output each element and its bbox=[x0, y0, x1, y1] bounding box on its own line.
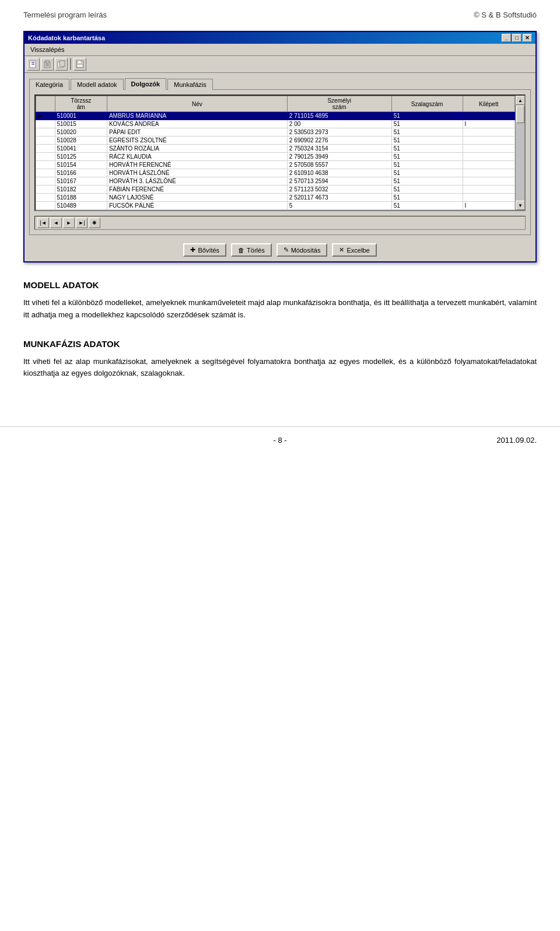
row-kilepett bbox=[463, 177, 514, 186]
btn-excelbe[interactable]: ✕ Excelbe bbox=[332, 243, 376, 257]
toolbar-separator bbox=[70, 58, 71, 70]
scrollbar-up-btn[interactable]: ▲ bbox=[516, 96, 525, 105]
row-indicator-cell bbox=[36, 120, 55, 128]
menu-item-visszalepas[interactable]: Visszalépés bbox=[27, 45, 68, 54]
minimize-button[interactable]: _ bbox=[502, 34, 511, 42]
table-row[interactable]: 510028EGRESITS ZSOLTNÉ2 690902 227651 bbox=[36, 136, 515, 145]
row-indicator-cell bbox=[36, 202, 55, 210]
row-torzsszam: 510166 bbox=[55, 169, 107, 177]
row-torzsszam: 510125 bbox=[55, 153, 107, 161]
row-torzsszam: 510154 bbox=[55, 161, 107, 169]
row-torzsszam: 510028 bbox=[55, 136, 107, 145]
nav-next-btn[interactable]: ► bbox=[63, 218, 75, 228]
close-button[interactable]: ✕ bbox=[523, 34, 532, 42]
btn-bovites[interactable]: ✚ Bővítés bbox=[183, 243, 226, 257]
table-row[interactable]: 510489FUCSÖK PÁLNÉ551I bbox=[36, 202, 515, 210]
table-row[interactable]: ►510001AMBRUS MARIANNA2 711015 489551 bbox=[36, 112, 515, 120]
nav-first-btn[interactable]: |◄ bbox=[37, 218, 49, 228]
save-icon bbox=[76, 60, 84, 68]
row-nev: FÁBIÁN FERENCNÉ bbox=[107, 186, 287, 194]
row-indicator-cell bbox=[36, 136, 55, 145]
svg-rect-4 bbox=[46, 61, 49, 62]
tab-munkafazis[interactable]: Munkafázis bbox=[167, 79, 213, 90]
row-torzsszam: 510041 bbox=[55, 145, 107, 153]
row-kilepett bbox=[463, 194, 514, 202]
table-row[interactable]: 510188NAGY LAJOSNÉ2 520117 467351 bbox=[36, 194, 515, 202]
data-table-container: Törzsszám Név Személyiszám Szalagszám Ki… bbox=[34, 94, 526, 211]
torles-label: Törlés bbox=[247, 247, 265, 254]
row-nev: FUCSÖK PÁLNÉ bbox=[107, 202, 287, 210]
copy-icon bbox=[57, 60, 65, 68]
table-row[interactable]: 510166HORVÁTH LÁSZLÓNÉ2 610910 463851 bbox=[36, 169, 515, 177]
nav-new-btn[interactable]: ✱ bbox=[89, 218, 100, 228]
tab-kategoria[interactable]: Kategória bbox=[29, 79, 69, 90]
svg-rect-12 bbox=[77, 65, 83, 67]
table-row[interactable]: 510020PÁPAI EDIT2 530503 297351 bbox=[36, 128, 515, 136]
row-kilepett bbox=[463, 128, 514, 136]
row-torzsszam: 510167 bbox=[55, 177, 107, 186]
row-szemelyi: 2 610910 4638 bbox=[287, 169, 391, 177]
toolbar-btn-save[interactable] bbox=[74, 58, 86, 71]
btn-modositas[interactable]: ✎ Módosítás bbox=[276, 243, 328, 257]
row-kilepett bbox=[463, 112, 514, 120]
table-row[interactable]: 510167HORVÁTH 3. LÁSZLÓNÉ2 570713 259451 bbox=[36, 177, 515, 186]
row-torzsszam: 510182 bbox=[55, 186, 107, 194]
row-szalag: 51 bbox=[391, 153, 463, 161]
scrollbar-track[interactable] bbox=[516, 105, 524, 201]
row-szalag: 51 bbox=[391, 177, 463, 186]
row-kilepett bbox=[463, 169, 514, 177]
table-row[interactable]: 510041SZÁNTO ROZÁLIA2 750324 315451 bbox=[36, 145, 515, 153]
row-szemelyi: 2 570508 5557 bbox=[287, 161, 391, 169]
scrollbar-down-btn[interactable]: ▼ bbox=[516, 201, 525, 210]
row-kilepett: I bbox=[463, 120, 514, 128]
row-szalag: 51 bbox=[391, 145, 463, 153]
svg-rect-11 bbox=[78, 61, 81, 64]
section-munkafazis-title: MUNKAFÁZIS ADATOK bbox=[23, 339, 537, 349]
row-szalag: 51 bbox=[391, 128, 463, 136]
toolbar-btn-copy[interactable] bbox=[55, 58, 68, 71]
row-indicator-cell bbox=[36, 169, 55, 177]
svg-rect-9 bbox=[60, 61, 65, 66]
row-szalag: 51 bbox=[391, 186, 463, 194]
row-indicator-cell bbox=[36, 177, 55, 186]
section-modell-text: Itt viheti fel a különböző modelleket, a… bbox=[23, 297, 537, 321]
nav-bar: |◄ ◄ ► ►| ✱ bbox=[34, 216, 526, 230]
row-nev: HORVÁTH LÁSZLÓNÉ bbox=[107, 169, 287, 177]
section-modell-title: MODELL ADATOK bbox=[23, 280, 537, 290]
row-kilepett: I bbox=[463, 202, 514, 210]
table-row[interactable]: 510182FÁBIÁN FERENCNÉ2 571123 503251 bbox=[36, 186, 515, 194]
nav-last-btn[interactable]: ►| bbox=[76, 218, 88, 228]
col-nev: Név bbox=[107, 96, 287, 112]
row-szemelyi: 2 570713 2594 bbox=[287, 177, 391, 186]
row-torzsszam: 510020 bbox=[55, 128, 107, 136]
tab-dolgozok[interactable]: Dolgozók bbox=[125, 78, 167, 90]
table-row[interactable]: 510154HORVÁTH FERENCNÉ2 570508 555751 bbox=[36, 161, 515, 169]
row-kilepett bbox=[463, 186, 514, 194]
dialog-menubar: Visszalépés bbox=[24, 44, 536, 56]
row-nev: HORVÁTH FERENCNÉ bbox=[107, 161, 287, 169]
scrollbar-vertical[interactable]: ▲ ▼ bbox=[515, 96, 524, 210]
header-left: Termelési program leírás bbox=[23, 10, 107, 19]
table-row[interactable]: 510125RÁCZ KLAUDIA2 790125 394951 bbox=[36, 153, 515, 161]
row-kilepett bbox=[463, 136, 514, 145]
row-szemelyi: 2 690902 2276 bbox=[287, 136, 391, 145]
row-torzsszam: 510188 bbox=[55, 194, 107, 202]
torles-icon: 🗑 bbox=[238, 247, 244, 254]
titlebar-buttons: _ □ ✕ bbox=[502, 34, 532, 42]
page-header: Termelési program leírás © S & B Softstu… bbox=[0, 0, 560, 25]
row-kilepett bbox=[463, 153, 514, 161]
nav-prev-btn[interactable]: ◄ bbox=[50, 218, 62, 228]
tab-modell-adatok[interactable]: Modell adatok bbox=[71, 79, 124, 90]
toolbar-btn-new[interactable] bbox=[27, 58, 40, 71]
toolbar-btn-delete[interactable] bbox=[41, 58, 54, 71]
row-szalag: 51 bbox=[391, 194, 463, 202]
btn-torles[interactable]: 🗑 Törlés bbox=[231, 243, 272, 257]
row-indicator-cell bbox=[36, 128, 55, 136]
table-header-row: Törzsszám Név Személyiszám Szalagszám Ki… bbox=[36, 96, 515, 112]
footer-page: - 8 - bbox=[273, 436, 286, 444]
row-szalag: 51 bbox=[391, 161, 463, 169]
scrollbar-thumb[interactable] bbox=[516, 106, 524, 123]
section-munkafazis-text: Itt viheti fel az alap munkafázisokat, a… bbox=[23, 356, 537, 380]
table-row[interactable]: 510015KOVÁCS ANDREA2 0051I bbox=[36, 120, 515, 128]
maximize-button[interactable]: □ bbox=[512, 34, 522, 42]
